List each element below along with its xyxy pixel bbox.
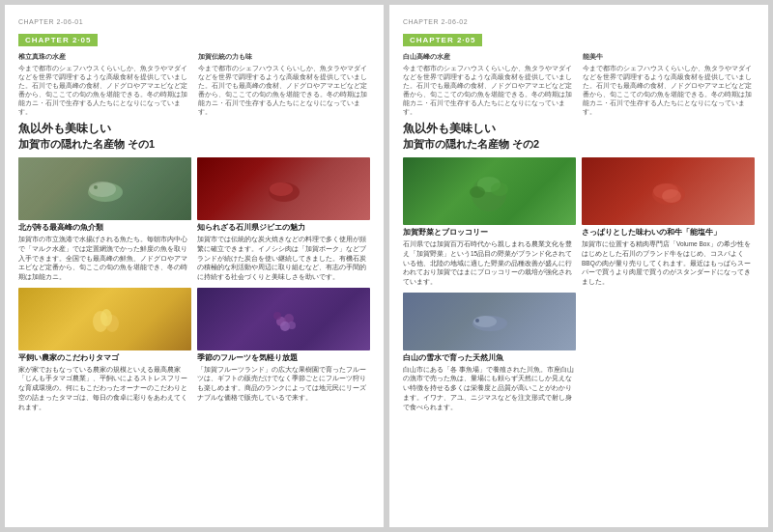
right-content-item-beef: さっぱりとした味わいの和牛「能塩牛」 加賀市に位置する精肉専門店「Volume … (582, 157, 755, 287)
left-page-id: CHAPTER 2-06-01 (18, 18, 370, 25)
right-beef-body: 加賀市に位置する精肉専門店「Volume Box」の希少性をはじめとした石川のブ… (582, 239, 755, 287)
left-header-col-2: 加賀伝統の力も味 今まで都市のシェフハウスくらいしか、魚タラやマダイなどを世界で… (198, 52, 370, 117)
left-header-col-1: 椎立真珠の水産 今まで都市のシェフハウスくらいしか、魚タラやマダイなどを世界で調… (18, 52, 190, 117)
left-page-title-section: 魚以外も美味しい 加賀市の隠れた名産物 その1 (18, 121, 370, 153)
svg-point-19 (662, 189, 681, 203)
left-content-item-eggs: 平飼い農家のこだわりタマゴ 家が家でおもなっている農家の規模といえる最高農家「じ… (18, 288, 191, 412)
left-content-item-meat: 知られざる石川県ジビエの魅力 加賀市では伝統的な炭火焼きなどの料理で多く使用が頻… (197, 157, 370, 282)
right-header-col-2-title: 能美牛 (583, 52, 755, 62)
right-veggie-title: 加賀野菜とブロッコリー (403, 228, 576, 238)
left-header-col-1-title: 椎立真珠の水産 (18, 52, 190, 62)
right-chapter-badge: CHAPTER 2·05 (403, 34, 482, 46)
left-meat-title: 知られざる石川県ジビエの魅力 (197, 223, 370, 233)
left-chapter-badge: CHAPTER 2·05 (18, 34, 98, 46)
left-grapes-image (197, 288, 370, 350)
right-page-title-line2: 加賀市の隠れた名産物 その2 (403, 137, 755, 152)
svg-point-16 (491, 182, 508, 196)
svg-point-15 (470, 186, 485, 198)
svg-point-12 (288, 322, 296, 329)
right-page-id: CHAPTER 2-06-02 (403, 18, 755, 25)
left-header-columns: 椎立真珠の水産 今まで都市のシェフハウスくらいしか、魚タラやマダイなどを世界で調… (18, 52, 370, 117)
left-header-col-2-text: 今まで都市のシェフハウスくらいしか、魚タラやマダイなどを世界で調理するような高級… (198, 64, 370, 117)
left-eggs-image (18, 288, 191, 350)
right-veggie-image (403, 157, 576, 225)
svg-point-11 (273, 312, 281, 320)
left-fish-image (18, 157, 191, 220)
left-content-item-fish: 北が誇る最高峰の魚介類 加賀市の市立漁港で水揚げされる魚たち。毎朝市内中心で「マ… (18, 157, 191, 282)
right-header-col-1-title: 白山高峰の水産 (403, 52, 575, 62)
right-veggie-body: 石川県では加賀百万石時代から親しまれる農業文化を豊え「加賀野菜」という15品目の… (403, 239, 576, 287)
right-header-col-2-text: 今まで都市のシェフハウスくらいしか、魚タラやマダイなどを世界で調理するような高級… (583, 64, 755, 117)
right-header-col-1: 白山高峰の水産 今まで都市のシェフハウスくらいしか、魚タラやマダイなどを世界で調… (403, 52, 575, 117)
left-fish-body: 加賀市の市立漁港で水揚げされる魚たち。毎朝市内中心で「マルク水産」では定置網漁で… (18, 235, 191, 282)
svg-point-7 (100, 309, 112, 326)
svg-point-1 (89, 182, 116, 197)
right-header-columns: 白山高峰の水産 今まで都市のシェフハウスくらいしか、魚タラやマダイなどを世界で調… (403, 52, 755, 117)
left-fish-title: 北が誇る最高峰の魚介類 (18, 223, 191, 233)
right-page-title-section: 魚以外も美味しい 加賀市の隠れた名産物 その2 (403, 121, 755, 153)
left-meat-body: 加賀市では伝統的な炭火焼きなどの料理で多く使用が頻繁に確立できます。イノシシ肉は… (197, 235, 370, 282)
right-fish-image (403, 293, 576, 350)
right-fish-title: 白山の雪水で育った天然川魚 (403, 353, 576, 363)
left-page-title-line1: 魚以外も美味しい (18, 121, 370, 137)
right-content-grid: 加賀野菜とブロッコリー 石川県では加賀百万石時代から親しまれる農業文化を豊え「加… (403, 157, 755, 411)
svg-point-2 (94, 185, 98, 189)
right-header-col-2: 能美牛 今まで都市のシェフハウスくらいしか、魚タラやマダイなどを世界で調理するよ… (583, 52, 755, 117)
right-beef-image (582, 157, 755, 225)
left-grapes-title: 季節のフルーツを気軽り放題 (197, 353, 370, 363)
right-page: CHAPTER 2-06-02 CHAPTER 2·05 白山高峰の水産 今まで… (389, 5, 768, 527)
left-eggs-title: 平飼い農家のこだわりタマゴ (18, 353, 191, 363)
left-page-title-line2: 加賀市の隠れた名産物 その1 (18, 137, 370, 152)
left-eggs-body: 家が家でおもなっている農家の規模といえる最高農家「じんも手タマゴ農業」、平飼いに… (18, 365, 191, 412)
left-header-col-1-text: 今まで都市のシェフハウスくらいしか、魚タラやマダイなどを世界で調理するような高級… (18, 64, 190, 117)
left-grapes-body: 「加賀フルーツランド」の広大な果樹園で育ったフルーツは、ギフトの販売だけでなく季… (197, 365, 370, 403)
right-page-title-line1: 魚以外も美味しい (403, 121, 755, 137)
left-content-item-grapes: 季節のフルーツを気軽り放題 「加賀フルーツランド」の広大な果樹園で育ったフルーツ… (197, 288, 370, 412)
right-beef-title: さっぱりとした味わいの和牛「能塩牛」 (582, 228, 755, 238)
svg-point-22 (475, 319, 479, 322)
right-header-col-1-text: 今まで都市のシェフハウスくらいしか、魚タラやマダイなどを世界で調理するような高級… (403, 64, 575, 117)
pages-container: CHAPTER 2-06-01 CHAPTER 2·05 椎立真珠の水産 今まで… (5, 5, 768, 527)
left-meat-image (197, 157, 370, 220)
right-content-item-fish: 白山の雪水で育った天然川魚 白山市にある「各 事魚場」で養殖された川魚。市座白山… (403, 293, 576, 412)
right-content-item-veggie: 加賀野菜とブロッコリー 石川県では加賀百万石時代から親しまれる農業文化を豊え「加… (403, 157, 576, 287)
svg-point-4 (270, 182, 293, 196)
right-fish-body: 白山市にある「各 事魚場」で養殖された川魚。市座白山の漁市で売った魚は、量場にも… (403, 365, 576, 412)
left-header-col-2-title: 加賀伝統の力も味 (198, 52, 370, 62)
left-page: CHAPTER 2-06-01 CHAPTER 2·05 椎立真珠の水産 今まで… (5, 5, 384, 527)
left-content-grid: 北が誇る最高峰の魚介類 加賀市の市立漁港で水揚げされる魚たち。毎朝市内中心で「マ… (18, 157, 370, 411)
